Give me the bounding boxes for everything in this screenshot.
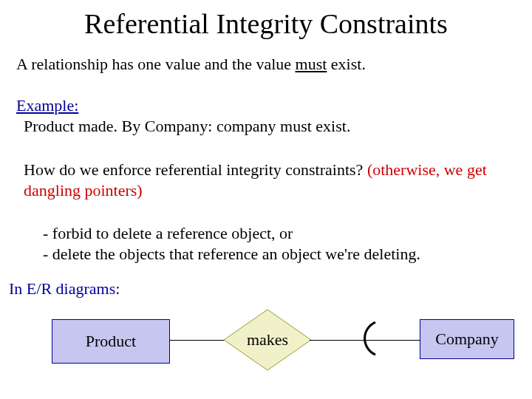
entity-product-label: Product: [86, 332, 136, 351]
bullet-list: - forbid to delete a reference object, o…: [43, 223, 420, 264]
intro-text-underline: must: [296, 55, 327, 73]
slide-title: Referential Integrity Constraints: [0, 7, 532, 40]
example-text: Product made. By Company: company must e…: [24, 117, 350, 136]
question-line: How do we enforce referential integrity …: [24, 160, 497, 200]
question-text: How do we enforce referential integrity …: [24, 160, 367, 179]
intro-text-b: exist.: [327, 55, 366, 73]
bullet-1: - forbid to delete a reference object, o…: [43, 223, 420, 244]
round-arrow-icon: [353, 318, 381, 359]
entity-product: Product: [52, 319, 170, 364]
relationship-diamond: makes: [223, 309, 312, 371]
connector-left: [170, 340, 226, 341]
slide: Referential Integrity Constraints A rela…: [0, 0, 532, 399]
relationship-label: makes: [223, 309, 312, 371]
bullet-2: - delete the objects that reference an o…: [43, 244, 420, 265]
intro-text-a: A relationship has one value and the val…: [16, 55, 296, 73]
example-heading: Example:: [16, 96, 78, 115]
intro-line: A relationship has one value and the val…: [16, 55, 366, 74]
er-diagram-heading: In E/R diagrams:: [9, 279, 120, 299]
entity-company: Company: [420, 319, 514, 359]
entity-company-label: Company: [435, 330, 499, 349]
